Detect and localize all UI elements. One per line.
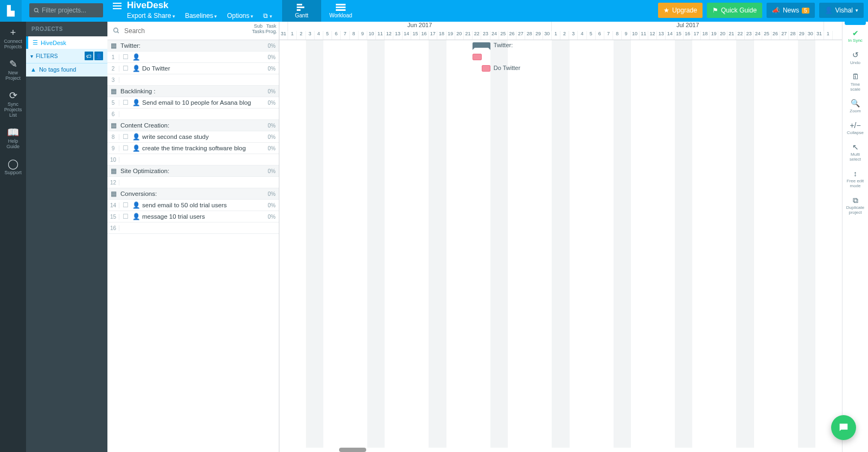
assignee-icon[interactable]: 👤 bbox=[131, 213, 141, 220]
tool-time-scale[interactable]: 🗓Timescale bbox=[843, 68, 868, 95]
news-button[interactable]: 📣News5 bbox=[767, 3, 815, 18]
checkbox[interactable]: ☐ bbox=[119, 53, 131, 61]
quick-guide-button[interactable]: ⚑Quick Guide bbox=[707, 3, 762, 18]
app-logo[interactable]: ▙ bbox=[0, 0, 22, 22]
tool-collapse[interactable]: +/−Collapse bbox=[843, 117, 868, 139]
menu-toggle[interactable] bbox=[113, 3, 122, 12]
task-row[interactable]: 3 bbox=[107, 74, 279, 86]
task-row[interactable]: 9☐👤create the time tracking software blo… bbox=[107, 143, 279, 154]
nav-connect-projects[interactable]: +ConnectProjects bbox=[0, 22, 26, 53]
group-label: Content Creation: bbox=[119, 122, 264, 129]
task-row[interactable]: 8☐👤write second case study0% bbox=[107, 131, 279, 143]
checkbox[interactable]: ☐ bbox=[119, 201, 131, 209]
group-label: Backlinking : bbox=[119, 88, 264, 94]
month-header: Jun 2017Jul 2017 bbox=[279, 22, 842, 31]
tool-free-edit[interactable]: ↕Free editmode bbox=[843, 165, 868, 192]
tool-multi-select[interactable]: ↖Multiselect bbox=[843, 139, 868, 165]
group-row[interactable]: ▦Content Creation:0% bbox=[107, 120, 279, 131]
assignee-icon[interactable]: 👤 bbox=[131, 99, 141, 106]
tool-in-sync[interactable]: ✔In Sync bbox=[843, 25, 868, 47]
tab-gantt-label: Gantt bbox=[295, 12, 308, 18]
user-filter-icon[interactable]: 👤 bbox=[94, 52, 103, 60]
day-label: 24 bbox=[490, 31, 499, 40]
checkbox[interactable]: ☐ bbox=[119, 133, 131, 141]
collapse-icon[interactable]: ▦ bbox=[107, 87, 119, 95]
right-toolbar: ✔In Sync↺Undo🗓Timescale🔍Zoom+/−Collapse↖… bbox=[842, 22, 868, 452]
task-pct: 0% bbox=[264, 145, 279, 151]
day-label: 18 bbox=[437, 31, 446, 40]
day-label: 23 bbox=[745, 31, 754, 40]
no-tags-message: ▲ No tags found bbox=[26, 63, 107, 77]
task-row[interactable]: 6 bbox=[107, 109, 279, 120]
group-row[interactable]: ▦Twitter:0% bbox=[107, 40, 279, 52]
tab-gantt[interactable]: Gantt bbox=[282, 0, 321, 22]
menu-options[interactable]: Options bbox=[227, 12, 253, 20]
assignee-icon[interactable]: 👤 bbox=[131, 65, 141, 72]
nav-sync-projects[interactable]: ⟳Sync ProjectsList bbox=[0, 84, 26, 121]
day-label: 19 bbox=[446, 31, 455, 40]
menu-columns[interactable]: ⧉ bbox=[263, 12, 272, 20]
task-row[interactable]: 1☐👤0% bbox=[107, 52, 279, 63]
assignee-icon[interactable]: 👤 bbox=[131, 53, 141, 61]
day-label: 9 bbox=[622, 31, 630, 40]
tab-workload[interactable]: Workload bbox=[321, 0, 360, 22]
filters-row[interactable]: ▾FILTERS 🏷 👤 bbox=[26, 49, 107, 63]
grid-search-input[interactable] bbox=[124, 27, 273, 35]
day-label: 30 bbox=[543, 31, 552, 40]
summary-bar[interactable] bbox=[473, 42, 490, 48]
tag-filter-icon[interactable]: 🏷 bbox=[85, 52, 93, 60]
day-label: 3 bbox=[569, 31, 578, 40]
group-row[interactable]: ▦Backlinking :0% bbox=[107, 86, 279, 97]
checkbox[interactable]: ☐ bbox=[119, 99, 131, 106]
day-label: 14 bbox=[403, 31, 411, 40]
task-row[interactable]: 15☐👤message 10 trial users0% bbox=[107, 211, 279, 222]
task-row[interactable]: 14☐👤send email to 50 old trial users0% bbox=[107, 200, 279, 211]
day-label: 25 bbox=[499, 31, 508, 40]
task-bar[interactable] bbox=[473, 54, 481, 60]
task-row[interactable]: 12 bbox=[107, 177, 279, 188]
collapse-icon[interactable]: ▦ bbox=[107, 167, 119, 175]
group-row[interactable]: ▦Conversions:0% bbox=[107, 188, 279, 200]
day-label: 24 bbox=[754, 31, 762, 40]
nav-help-guide[interactable]: 📖HelpGuide bbox=[0, 121, 26, 152]
day-label: 31 bbox=[279, 31, 288, 40]
checkbox[interactable]: ☐ bbox=[119, 144, 131, 152]
month-label: Jul 2017 bbox=[552, 22, 824, 31]
collapse-icon[interactable]: ▦ bbox=[107, 42, 119, 49]
tool-duplicate-project[interactable]: ⧉Duplicateproject bbox=[843, 192, 868, 219]
gantt-chart-area[interactable]: Twitter:Do Twitter bbox=[279, 40, 842, 448]
gantt-chart[interactable]: Jun 2017Jul 2017 31123456789101112131415… bbox=[279, 22, 842, 452]
menu-export-share[interactable]: Export & Share bbox=[127, 12, 175, 20]
task-bar[interactable] bbox=[482, 65, 490, 72]
upgrade-button[interactable]: ★Upgrade bbox=[658, 3, 703, 18]
horizontal-scrollbar[interactable] bbox=[339, 448, 366, 452]
assignee-icon[interactable]: 👤 bbox=[131, 133, 141, 141]
nav-new-project[interactable]: ✎NewProject bbox=[0, 53, 26, 84]
task-row[interactable]: 5☐👤Send email to 10 people for Asana blo… bbox=[107, 97, 279, 109]
search-icon bbox=[34, 8, 40, 14]
day-header: 3112345678910111213141516171819202122232… bbox=[279, 31, 842, 40]
collapse-icon[interactable]: ▦ bbox=[107, 190, 119, 198]
project-item-hivedesk[interactable]: ☰ HiveDesk bbox=[26, 36, 107, 49]
day-label: 27 bbox=[780, 31, 789, 40]
chat-launcher[interactable] bbox=[831, 415, 856, 440]
checkbox[interactable]: ☐ bbox=[119, 65, 131, 72]
task-row[interactable]: 2☐👤Do Twitter0% bbox=[107, 63, 279, 74]
row-number: 10 bbox=[107, 157, 119, 163]
tool-undo[interactable]: ↺Undo bbox=[843, 47, 868, 68]
nav-support[interactable]: ◯Support bbox=[0, 152, 26, 179]
filter-projects-input[interactable]: Filter projects... bbox=[29, 3, 103, 17]
tool-zoom[interactable]: 🔍Zoom bbox=[843, 95, 868, 117]
collapse-icon[interactable]: ▦ bbox=[107, 122, 119, 129]
user-menu[interactable]: 👤Vishal bbox=[819, 3, 864, 18]
assignee-icon[interactable]: 👤 bbox=[131, 144, 141, 152]
task-pct: 0% bbox=[264, 134, 279, 140]
checkbox[interactable]: ☐ bbox=[119, 213, 131, 220]
menu-baselines[interactable]: Baselines bbox=[185, 12, 218, 20]
filter-icon: ▾ bbox=[30, 53, 33, 59]
assignee-icon[interactable]: 👤 bbox=[131, 201, 141, 209]
task-row[interactable]: 16 bbox=[107, 222, 279, 234]
task-row[interactable]: 10 bbox=[107, 154, 279, 165]
grid-col-headers: SubTasks TaskProg. bbox=[252, 24, 278, 35]
group-row[interactable]: ▦Site Optimization:0% bbox=[107, 165, 279, 177]
